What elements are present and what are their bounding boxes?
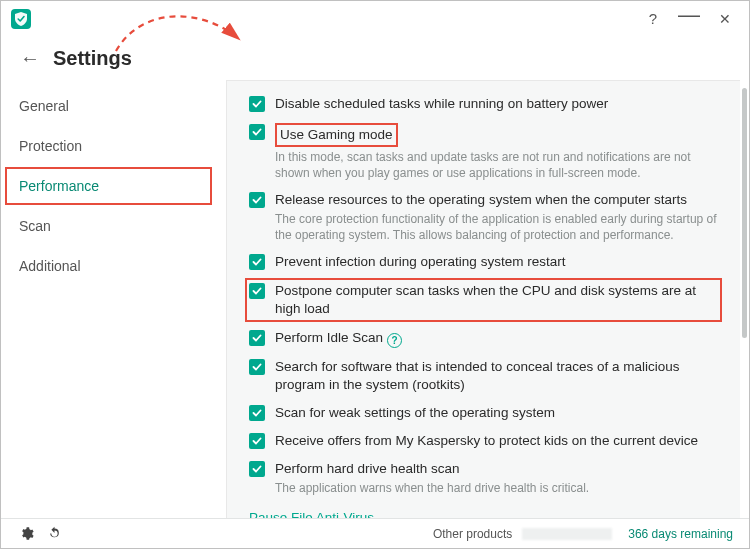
option-label: Scan for weak settings of the operating … xyxy=(275,404,720,422)
option-label: Use Gaming mode xyxy=(280,127,393,142)
option-label: Release resources to the operating syste… xyxy=(275,191,720,209)
header: ← Settings xyxy=(1,36,749,80)
option-battery: Disable scheduled tasks while running on… xyxy=(249,95,720,113)
close-button[interactable]: ✕ xyxy=(707,5,743,33)
option-desc: In this mode, scan tasks and update task… xyxy=(275,149,720,181)
option-desc: The application warns when the hard driv… xyxy=(275,480,720,496)
checkbox-gaming[interactable] xyxy=(249,124,265,140)
settings-content: Disable scheduled tasks while running on… xyxy=(226,80,740,518)
checkbox-battery[interactable] xyxy=(249,96,265,112)
sidebar-item-label: Scan xyxy=(19,218,51,234)
sidebar-item-performance[interactable]: Performance xyxy=(1,166,226,206)
sidebar-item-label: Protection xyxy=(19,138,82,154)
option-release: Release resources to the operating syste… xyxy=(249,191,720,243)
sidebar-item-additional[interactable]: Additional xyxy=(1,246,226,286)
titlebar: ? — ✕ xyxy=(1,1,749,36)
checkbox-rootkits[interactable] xyxy=(249,359,265,375)
checkbox-prevent[interactable] xyxy=(249,254,265,270)
annotation-highlight-gaming: Use Gaming mode xyxy=(275,123,398,147)
sidebar-item-label: Additional xyxy=(19,258,81,274)
option-offers: Receive offers from My Kaspersky to prot… xyxy=(249,432,720,450)
sidebar-item-protection[interactable]: Protection xyxy=(1,126,226,166)
sidebar-item-label: Performance xyxy=(19,178,99,194)
product-name-blurred xyxy=(522,528,612,540)
option-prevent: Prevent infection during operating syste… xyxy=(249,253,720,271)
option-rootkits: Search for software that is intended to … xyxy=(249,358,720,394)
back-button[interactable]: ← xyxy=(13,41,47,75)
scrollbar-thumb[interactable] xyxy=(742,88,747,338)
content-wrap: Disable scheduled tasks while running on… xyxy=(226,80,749,518)
option-label: Perform Idle Scan xyxy=(275,330,383,345)
other-products-link[interactable]: Other products xyxy=(433,527,512,541)
app-window: ? — ✕ ← Settings General Protection Perf… xyxy=(0,0,750,549)
app-logo-icon xyxy=(11,9,31,29)
checkbox-weak[interactable] xyxy=(249,405,265,421)
option-weak: Scan for weak settings of the operating … xyxy=(249,404,720,422)
gear-icon[interactable] xyxy=(17,525,35,543)
sidebar-item-label: General xyxy=(19,98,69,114)
help-button[interactable]: ? xyxy=(635,5,671,33)
option-idle: Perform Idle Scan? xyxy=(249,329,720,348)
checkbox-postpone[interactable] xyxy=(249,283,265,299)
option-hdd: Perform hard drive health scan The appli… xyxy=(249,460,720,496)
option-gaming: Use Gaming mode In this mode, scan tasks… xyxy=(249,123,720,181)
pause-antivirus-link[interactable]: Pause File Anti-Virus xyxy=(249,510,374,518)
sidebar: General Protection Performance Scan Addi… xyxy=(1,80,226,518)
license-days-remaining[interactable]: 366 days remaining xyxy=(628,527,733,541)
option-desc: The core protection functionality of the… xyxy=(275,211,720,243)
sidebar-item-scan[interactable]: Scan xyxy=(1,206,226,246)
option-label: Disable scheduled tasks while running on… xyxy=(275,95,720,113)
refresh-icon[interactable] xyxy=(45,525,63,543)
option-label: Prevent infection during operating syste… xyxy=(275,253,720,271)
option-label: Search for software that is intended to … xyxy=(275,358,720,394)
checkbox-idle[interactable] xyxy=(249,330,265,346)
option-label: Postpone computer scan tasks when the CP… xyxy=(275,282,720,318)
option-label: Receive offers from My Kaspersky to prot… xyxy=(275,432,720,450)
option-label: Perform hard drive health scan xyxy=(275,460,720,478)
scrollbar[interactable] xyxy=(740,80,749,518)
checkbox-hdd[interactable] xyxy=(249,461,265,477)
minimize-button[interactable]: — xyxy=(671,1,707,29)
statusbar: Other products 366 days remaining xyxy=(1,518,749,548)
checkbox-release[interactable] xyxy=(249,192,265,208)
help-icon[interactable]: ? xyxy=(387,333,402,348)
page-title: Settings xyxy=(53,47,132,70)
checkbox-offers[interactable] xyxy=(249,433,265,449)
body: General Protection Performance Scan Addi… xyxy=(1,80,749,518)
sidebar-item-general[interactable]: General xyxy=(1,86,226,126)
option-postpone: Postpone computer scan tasks when the CP… xyxy=(249,281,720,319)
